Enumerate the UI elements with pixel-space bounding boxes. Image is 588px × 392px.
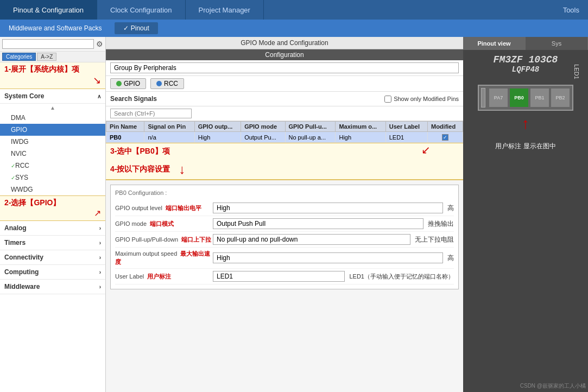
sidebar-group-header-analog[interactable]: Analog › [0,221,105,236]
th-modified: Modified [427,122,463,132]
config-wrapper: Configuration GPIO RCC Search Signals [106,49,463,392]
label-cn-speed: 最大输出速度 [115,250,210,265]
rcc-dot [156,81,162,86]
th-signal: Signal on Pin [144,122,194,132]
show-modified-label: Show only Modified Pins [394,96,459,102]
rcc-tab-btn[interactable]: RCC [150,78,184,89]
chip-area: FM3ZF 103C8 LQFP48 PA7 PB0 PB1 [463,50,588,392]
rcc-tab-label: RCC [164,80,178,87]
pin-connector-left [481,88,485,108]
config-row-gpio-output-level: GPIO output level 端口输出电平 高 [115,200,454,216]
th-max-output: Maximum o... [336,122,385,132]
sidebar-group-header-computing[interactable]: Computing › [0,265,105,280]
center-content: GPIO Mode and Configuration Configuratio… [106,37,463,392]
pin-pb2[interactable]: PB2 [551,88,570,108]
tab-sys[interactable]: Sys [526,37,588,50]
gpio-mode-value[interactable] [213,218,423,229]
pin-pb1[interactable]: PB1 [530,88,549,108]
tab-clock[interactable]: Clock Configuration [97,0,185,20]
system-core-label: System Core [4,92,44,100]
config-row-user-label: User Label 用户标注 LED1（手动输入便于记忆的端口名称） [115,269,454,284]
gear-icon[interactable]: ⚙ [96,40,103,48]
config-row-max-speed: Maximum output speed 最大输出速度 高 [115,248,454,269]
user-note: 用户标注 显示在图中 [495,141,555,151]
sidebar-item-gpio[interactable]: GPIO [0,124,105,136]
sidebar-group-computing: Computing › [0,265,105,280]
pin-pb0[interactable]: PB0 [509,88,529,108]
pin-pb2-label: PB2 [555,95,565,100]
pb0-config-title: PB0 Configuration : [115,189,454,196]
sidebar-group-header-connectivity[interactable]: Connectivity › [0,250,105,265]
up-arrow: ▲ [0,104,105,112]
cell-gpio-mode: Output Pu... [241,132,285,143]
group-by-bar [106,60,463,76]
group-by-input[interactable] [110,62,459,73]
main-layout: ⚙ Categories A->Z 1-展开【系统内核】项 ↘ System C… [0,37,588,392]
sidebar-search-input[interactable] [2,39,94,49]
cell-pin-name: PB0 [106,132,144,143]
max-speed-note: 高 [447,254,454,263]
gpio-mode-title: GPIO Mode and Configuration [106,37,463,49]
user-label-note: LED1（手动输入便于记忆的端口名称） [349,273,454,281]
search-input-row [106,106,463,121]
th-user-label: User Label [385,122,427,132]
configuration-header: Configuration [106,49,463,60]
watermark: CSDN @嵌驱家的工人小橘 [520,382,586,390]
led1-arrow: ↑ [478,115,573,132]
categories-btn[interactable]: Categories [2,53,36,61]
show-modified-input[interactable] [384,96,391,103]
sidebar-item-wwdg[interactable]: WWDG [0,184,105,195]
tab-pinout[interactable]: Pinout & Configuration [0,0,97,20]
sidebar-item-rcc[interactable]: RCC [0,160,105,172]
pin-pa7[interactable]: PA7 [489,88,508,108]
top-tab-bar: Pinout & Configuration Clock Configurati… [0,0,588,20]
sidebar-group-analog: Analog › [0,221,105,236]
th-pin-name: Pin Name [106,122,144,132]
gpio-output-level-value[interactable] [213,203,443,213]
gpio-output-level-label: GPIO output level 端口输出电平 [115,204,213,212]
connectivity-label: Connectivity [4,254,43,261]
annotation-2: 2-选择【GPIO】 [4,198,60,207]
chevron-right-icon: › [99,225,101,231]
az-btn[interactable]: A->Z [37,53,56,61]
gpio-table: Pin Name Signal on Pin GPIO outp... GPIO… [106,121,463,143]
max-speed-value[interactable] [213,252,443,263]
sidebar-item-dma[interactable]: DMA [0,112,105,124]
table-header-row: Pin Name Signal on Pin GPIO outp... GPIO… [106,122,463,132]
gpio-tab-btn[interactable]: GPIO [110,78,146,89]
chevron-right-icon-timers: › [99,240,101,246]
gpio-dot [116,81,122,86]
sidebar-group-header-middleware[interactable]: Middleware › [0,280,105,294]
search-signals-label: Search Signals [110,95,157,103]
gpio-tabs: GPIO RCC [106,76,463,92]
gpio-table-wrapper: Pin Name Signal on Pin GPIO outp... GPIO… [106,121,463,143]
pin-pb0-label: PB0 [514,95,524,100]
sidebar-group-header-timers[interactable]: Timers › [0,236,105,250]
sidebar-item-nvic[interactable]: NVIC [0,148,105,160]
label-cn-pull: 端口上下拉 [181,236,211,243]
search-input[interactable] [110,109,192,118]
cell-user-label: LED1 [385,132,427,143]
tab-project[interactable]: Project Manager [186,0,264,20]
table-row[interactable]: PB0 n/a High Output Pu... No pull-up a..… [106,132,463,143]
led1-label: LED1 [573,64,580,79]
annotation-1: 1-展开【系统内核】项 [4,65,79,73]
middleware-packs-btn[interactable]: Middleware and Software Packs [4,24,106,32]
sidebar-item-iwdg[interactable]: IWDG [0,136,105,148]
sidebar-group-header-system-core[interactable]: System Core ∧ [0,89,105,104]
tab-pinout-view[interactable]: Pinout view [463,37,526,50]
pin-pb1-label: PB1 [535,95,544,100]
sidebar-group-system-core: System Core ∧ ▲ DMA GPIO IWDG NVIC RCC S… [0,89,105,195]
user-label-value[interactable] [213,271,345,282]
gpio-pull-label: GPIO Pull-up/Pull-down 端口上下拉 [115,236,213,244]
sidebar-item-sys[interactable]: SYS [0,172,105,184]
timers-label: Timers [4,239,26,246]
tab-tools[interactable]: Tools [554,0,588,20]
cell-signal: n/a [144,132,194,143]
pinout-btn[interactable]: ✓ Pinout [115,22,157,34]
sidebar-group-timers: Timers › [0,236,105,250]
annotation-3: 3-选中【PB0】项 [110,147,170,155]
gpio-pull-value[interactable] [213,234,410,245]
show-modified-checkbox[interactable]: Show only Modified Pins [384,96,459,103]
right-panel: Pinout view Sys FM3ZF 103C8 LQFP48 PA7 P… [463,37,588,392]
